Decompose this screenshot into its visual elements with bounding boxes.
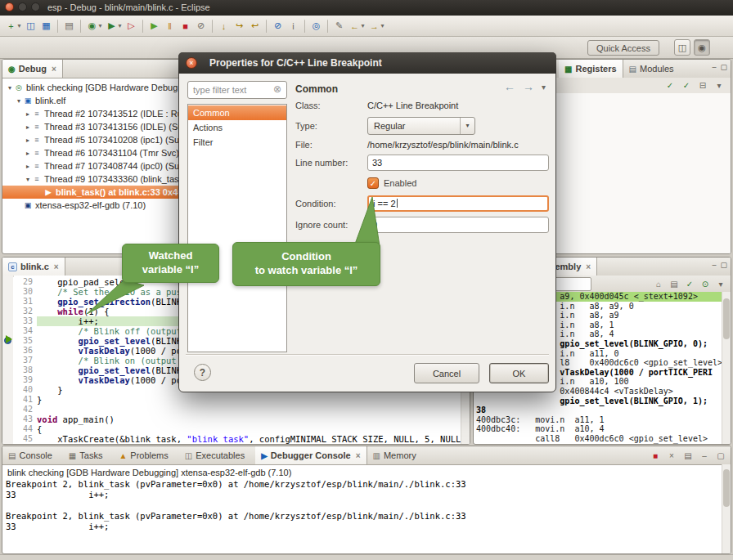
back-dropdown-icon[interactable]: ▾: [359, 18, 366, 34]
chevron-down-icon[interactable]: ▾: [460, 118, 474, 134]
terminate-icon[interactable]: ■: [649, 449, 662, 462]
home-icon[interactable]: ⌂: [652, 277, 665, 290]
dialog-nav-item[interactable]: Actions: [188, 120, 286, 135]
save-all-icon[interactable]: ▦: [38, 18, 54, 34]
chevron-down-icon[interactable]: ▾: [542, 83, 546, 92]
run-dropdown-icon[interactable]: ▾: [116, 18, 124, 34]
dialog-close-button[interactable]: ×: [186, 57, 197, 69]
disassembly-line[interactable]: 400dbc40: movi.n a10, 4: [476, 424, 722, 434]
maximize-icon[interactable]: ▢: [720, 63, 727, 71]
window-close-button[interactable]: [5, 2, 14, 11]
skip-breakpoints-icon[interactable]: ⊘: [270, 18, 286, 34]
view-menu-icon[interactable]: ▾: [713, 78, 726, 92]
code-line[interactable]: 41 }: [13, 395, 461, 405]
minimize-icon[interactable]: –: [712, 261, 716, 269]
view-menu-icon[interactable]: ▾: [714, 277, 727, 290]
new-dropdown-icon[interactable]: ▾: [16, 18, 23, 34]
show-source-icon[interactable]: ▤: [668, 277, 681, 290]
annotation-ruler[interactable]: [2, 276, 14, 444]
close-icon[interactable]: ×: [52, 65, 56, 74]
minimize-icon[interactable]: –: [712, 63, 716, 71]
enable-icon[interactable]: ✓: [680, 78, 693, 92]
disconnect-icon[interactable]: ⊘: [193, 18, 209, 34]
filter-input[interactable]: type filter text: [187, 81, 287, 99]
cancel-button[interactable]: Cancel: [414, 363, 479, 383]
debug-tree-item[interactable]: ▾ ≡ Thread #9 1073433360 (blink_task: [2, 172, 181, 186]
disassembly-line[interactable]: call8 0x400dc6c0 <gpio_set_level>: [476, 434, 722, 444]
sync-selection-icon[interactable]: ✓: [683, 277, 696, 290]
clear-console-icon[interactable]: ▤: [681, 449, 695, 462]
collapse-all-icon[interactable]: ⊟: [696, 78, 709, 92]
debug-tree-item[interactable]: ▸ ≡ Thread #6 1073431104 (Tmr Svc) (S: [2, 146, 181, 159]
quick-access-button[interactable]: Quick Access: [587, 40, 659, 56]
console-tab[interactable]: ▤ Console: [2, 446, 63, 464]
debug-tree-item[interactable]: ▸ ≡ Thread #2 1073413512 (IDLE : Runn: [2, 107, 181, 120]
code-line[interactable]: 43 void app_main(): [13, 414, 461, 424]
suspend-icon[interactable]: ‖: [162, 18, 178, 34]
close-icon[interactable]: ×: [356, 451, 361, 460]
console-tab[interactable]: ▲ Problems: [113, 446, 178, 464]
debug-tree-item[interactable]: ▾ ◎ blink checking [GDB Hardware Debug: [2, 81, 181, 94]
debug-tree-item[interactable]: ▣ xtensa-esp32-elf-gdb (7.10): [2, 199, 181, 212]
dialog-titlebar[interactable]: × Properties for C/C++ Line Breakpoint: [178, 52, 556, 74]
condition-field[interactable]: i == 2: [367, 195, 549, 212]
minimize-icon[interactable]: –: [698, 449, 711, 462]
debug-dropdown-icon[interactable]: ▾: [97, 18, 104, 34]
dialog-nav-item[interactable]: Common: [188, 105, 286, 120]
expand-arrow-icon[interactable]: ▸: [24, 150, 32, 157]
tab-registers[interactable]: ▦ Registers: [559, 60, 623, 78]
debug-tree-item[interactable]: ▸ ≡ Thread #7 1073408744 (ipc0) (Susp: [2, 159, 181, 172]
expand-arrow-icon[interactable]: ▾: [6, 84, 14, 92]
debug-perspective-icon[interactable]: ◉: [694, 39, 710, 56]
toolbar-separator[interactable]: [212, 20, 213, 33]
expand-arrow-icon[interactable]: ▾: [24, 176, 32, 183]
maximize-icon[interactable]: ▢: [720, 261, 727, 269]
code-line[interactable]: 45 xTaskCreate(&blink_task, "blink_task"…: [13, 434, 461, 444]
enabled-checkbox[interactable]: ✓: [367, 177, 379, 189]
code-line[interactable]: 42: [13, 405, 461, 414]
console-tab[interactable]: ▥ Memory: [367, 446, 427, 464]
step-return-icon[interactable]: ↩: [247, 18, 263, 34]
disassembly-line[interactable]: 400dbc3c: movi.n a11, 1: [476, 415, 722, 425]
clear-filter-icon[interactable]: ⊗: [273, 83, 281, 95]
debug-tree-item[interactable]: ▶ blink_task() at blink.c:33 0x400db: [2, 186, 181, 199]
disassembly-line[interactable]: 38: [476, 405, 722, 415]
save-icon[interactable]: ◫: [23, 18, 38, 34]
build-icon[interactable]: ▤: [61, 18, 77, 34]
type-dropdown[interactable]: Regular ▾: [367, 117, 475, 135]
debug-tree-item[interactable]: ▾ ▣ blink.elf: [2, 94, 181, 107]
open-perspective-icon[interactable]: ◫: [674, 39, 690, 56]
expand-arrow-icon[interactable]: ▸: [24, 123, 32, 131]
disassembly-line[interactable]: vTaskDelay(1000 / portTICK_PERI: [476, 444, 722, 445]
toolbar-separator[interactable]: [266, 20, 267, 33]
toolbar-separator[interactable]: [142, 20, 143, 33]
expand-arrow-icon[interactable]: ▸: [24, 110, 32, 118]
refresh-icon[interactable]: ⊙: [699, 277, 712, 290]
close-icon[interactable]: ×: [586, 262, 591, 271]
ignore-count-field[interactable]: 0: [367, 217, 549, 233]
toolbar-separator[interactable]: [304, 20, 305, 33]
help-button[interactable]: ?: [194, 364, 211, 381]
annotation-icon[interactable]: ✎: [331, 18, 347, 34]
maximize-icon[interactable]: ▢: [714, 449, 727, 462]
expand-arrow-icon[interactable]: ▾: [15, 97, 23, 105]
remove-console-icon[interactable]: ×: [665, 449, 678, 462]
search-icon[interactable]: ◎: [308, 18, 324, 34]
disassembly-line[interactable]: gpio_set_level(BLINK_GPIO, 1);: [476, 396, 722, 406]
ok-button[interactable]: OK: [489, 363, 549, 383]
instruction-stepping-icon[interactable]: i: [286, 18, 301, 34]
console-tab[interactable]: ▶ Debugger Console ×: [255, 446, 366, 464]
select-all-icon[interactable]: ✓: [663, 78, 677, 92]
debug-tree-item[interactable]: ▸ ≡ Thread #5 1073410208 (ipc1) (Susp: [2, 133, 181, 146]
forward-dropdown-icon[interactable]: ▾: [379, 18, 386, 34]
toolbar-separator[interactable]: [57, 20, 58, 33]
window-maximize-button[interactable]: [31, 2, 40, 11]
terminate-icon[interactable]: ■: [178, 18, 193, 34]
console-tab[interactable]: ◫ Executables: [179, 446, 255, 464]
console-tab[interactable]: ▦ Tasks: [63, 446, 114, 464]
scrollbar-thumb[interactable]: [723, 469, 730, 507]
toolbar-separator[interactable]: [327, 20, 328, 33]
line-number-field[interactable]: 33: [367, 155, 549, 171]
window-minimize-button[interactable]: [18, 2, 27, 11]
console-scrollbar[interactable]: [722, 464, 731, 553]
